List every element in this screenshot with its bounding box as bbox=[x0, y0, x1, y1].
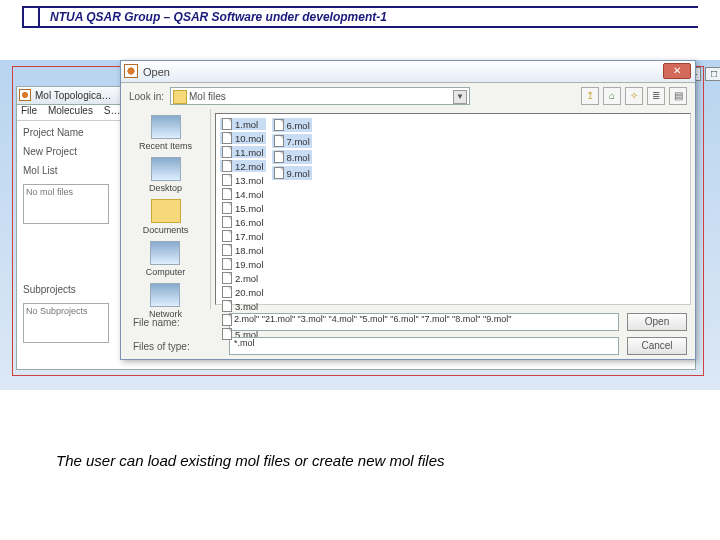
file-icon bbox=[274, 151, 284, 163]
slide-caption: The user can load existing mol files or … bbox=[56, 452, 445, 469]
file-icon bbox=[222, 230, 232, 242]
file-icon bbox=[222, 160, 232, 172]
file-name-label: File name: bbox=[129, 317, 221, 328]
file-icon bbox=[222, 244, 232, 256]
slide-title: NTUA QSAR Group – QSAR Software under de… bbox=[22, 6, 698, 28]
file-name: 1.mol bbox=[235, 119, 258, 130]
place-label: Desktop bbox=[149, 183, 182, 193]
file-name: 19.mol bbox=[235, 259, 264, 270]
file-name: 16.mol bbox=[235, 217, 264, 228]
file-icon bbox=[222, 132, 232, 144]
java-icon bbox=[19, 89, 31, 101]
cancel-button[interactable]: Cancel bbox=[627, 337, 687, 355]
file-name: 12.mol bbox=[235, 161, 264, 172]
chevron-down-icon[interactable]: ▼ bbox=[453, 90, 467, 104]
file-name: 17.mol bbox=[235, 231, 264, 242]
file-item[interactable]: 9.mol bbox=[272, 166, 312, 180]
place-label: Documents bbox=[143, 225, 189, 235]
menu-molecules[interactable]: Molecules bbox=[48, 105, 93, 116]
menu-file[interactable]: File bbox=[21, 105, 37, 116]
place-desktop[interactable]: Desktop bbox=[149, 157, 182, 193]
file-icon bbox=[222, 118, 232, 130]
file-icon bbox=[274, 135, 284, 147]
file-icon bbox=[222, 216, 232, 228]
file-item[interactable]: 2.mol bbox=[220, 272, 266, 284]
file-type-label: Files of type: bbox=[129, 341, 221, 352]
subprojects-box[interactable]: No Subprojects bbox=[23, 303, 109, 343]
file-item[interactable]: 16.mol bbox=[220, 216, 266, 228]
place-label: Computer bbox=[146, 267, 186, 277]
file-name: 15.mol bbox=[235, 203, 264, 214]
file-type-combo[interactable]: *.mol bbox=[229, 337, 619, 355]
new-folder-icon[interactable]: ✧ bbox=[625, 87, 643, 105]
file-item[interactable]: 15.mol bbox=[220, 202, 266, 214]
file-name: 13.mol bbox=[235, 175, 264, 186]
file-item[interactable]: 7.mol bbox=[272, 134, 312, 148]
place-label: Recent Items bbox=[139, 141, 192, 151]
list-view-icon[interactable]: ≣ bbox=[647, 87, 665, 105]
file-icon bbox=[222, 188, 232, 200]
desktop-icon bbox=[151, 157, 181, 181]
file-item[interactable]: 3.mol bbox=[220, 300, 266, 312]
documents-icon bbox=[151, 199, 181, 223]
file-item[interactable]: 11.mol bbox=[220, 146, 266, 158]
menu-s[interactable]: S… bbox=[104, 105, 121, 116]
file-item[interactable]: 8.mol bbox=[272, 150, 312, 164]
open-button[interactable]: Open bbox=[627, 313, 687, 331]
place-network[interactable]: Network bbox=[149, 283, 182, 319]
place-computer[interactable]: Computer bbox=[146, 241, 186, 277]
look-in-label: Look in: bbox=[129, 91, 164, 102]
recent-icon bbox=[151, 115, 181, 139]
file-icon bbox=[222, 300, 232, 312]
file-name: 11.mol bbox=[235, 147, 264, 158]
file-name: 14.mol bbox=[235, 189, 264, 200]
details-view-icon[interactable]: ▤ bbox=[669, 87, 687, 105]
open-dialog-titlebar: Open ✕ bbox=[121, 61, 695, 83]
network-icon bbox=[150, 283, 180, 307]
up-folder-icon[interactable]: ↥ bbox=[581, 87, 599, 105]
file-icon bbox=[274, 119, 284, 131]
file-item[interactable]: 10.mol bbox=[220, 132, 266, 144]
file-icon bbox=[222, 202, 232, 214]
mol-topo-title: Mol Topologica… bbox=[35, 90, 112, 101]
file-name: 6.mol bbox=[287, 120, 310, 131]
file-item[interactable]: 18.mol bbox=[220, 244, 266, 256]
open-dialog-title: Open bbox=[143, 66, 170, 78]
open-dialog: Open ✕ Look in: Mol files ▼ ↥ ⌂ ✧ ≣ ▤ Re… bbox=[120, 60, 696, 360]
file-name: 10.mol bbox=[235, 133, 264, 144]
place-recent[interactable]: Recent Items bbox=[139, 115, 192, 151]
file-name-input[interactable]: 2.mol" "21.mol" "3.mol" "4.mol" "5.mol" … bbox=[229, 313, 619, 331]
file-icon bbox=[222, 314, 232, 326]
file-icon bbox=[222, 328, 232, 340]
file-item[interactable]: 1.mol bbox=[220, 118, 266, 130]
computer-icon bbox=[150, 241, 180, 265]
home-icon[interactable]: ⌂ bbox=[603, 87, 621, 105]
file-name: 20.mol bbox=[235, 287, 264, 298]
file-name: 2.mol bbox=[235, 273, 258, 284]
maximize-button[interactable]: □ bbox=[705, 67, 720, 81]
file-icon bbox=[222, 258, 232, 270]
file-item[interactable]: 12.mol bbox=[220, 160, 266, 172]
file-item[interactable]: 17.mol bbox=[220, 230, 266, 242]
file-item[interactable]: 20.mol bbox=[220, 286, 266, 298]
java-icon bbox=[124, 64, 138, 78]
file-name: 7.mol bbox=[287, 136, 310, 147]
file-icon bbox=[222, 174, 232, 186]
place-documents[interactable]: Documents bbox=[143, 199, 189, 235]
file-icon bbox=[274, 167, 284, 179]
file-item[interactable]: 14.mol bbox=[220, 188, 266, 200]
close-button[interactable]: ✕ bbox=[663, 63, 691, 79]
places-sidebar: Recent Items Desktop Documents Computer … bbox=[121, 109, 211, 309]
file-item[interactable]: 13.mol bbox=[220, 174, 266, 186]
look-in-combo[interactable]: Mol files ▼ bbox=[170, 87, 470, 105]
file-name: 18.mol bbox=[235, 245, 264, 256]
file-icon bbox=[222, 146, 232, 158]
file-name: 3.mol bbox=[235, 301, 258, 312]
mol-list-box[interactable]: No mol files bbox=[23, 184, 109, 224]
file-item[interactable]: 6.mol bbox=[272, 118, 312, 132]
file-name: 9.mol bbox=[287, 168, 310, 179]
file-item[interactable]: 19.mol bbox=[220, 258, 266, 270]
file-icon bbox=[222, 286, 232, 298]
file-icon bbox=[222, 272, 232, 284]
file-list-area[interactable]: 1.mol10.mol11.mol12.mol13.mol14.mol15.mo… bbox=[215, 113, 691, 305]
